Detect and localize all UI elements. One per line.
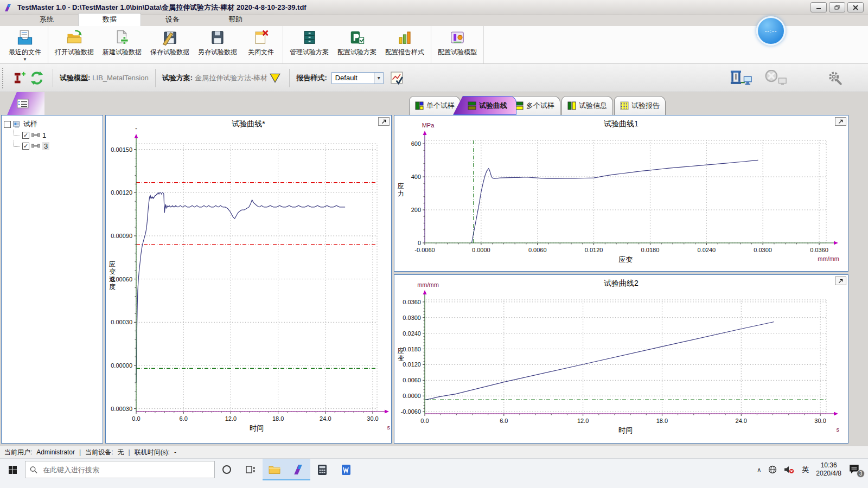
menu-data[interactable]: 数据 (78, 13, 141, 26)
svg-text:0.00150: 0.00150 (111, 146, 132, 153)
current-user-label: 当前用户: (4, 448, 32, 457)
task-view-icon (246, 465, 256, 474)
chart-title: 试验曲线1 (394, 119, 848, 129)
svg-text:-0.0060: -0.0060 (401, 408, 421, 415)
menu-device[interactable]: 设备 (141, 14, 204, 26)
report-check-icon (390, 71, 404, 85)
chart-canvas-curve1[interactable]: -0.00600.00000.00600.01200.01800.02400.0… (394, 115, 848, 271)
tray-chevron-icon[interactable]: ∧ (757, 466, 761, 473)
tab-multi-specimen[interactable]: 多个试样 (509, 96, 560, 115)
disconnected-icon (763, 70, 788, 86)
start-button[interactable] (0, 459, 25, 480)
network-globe-icon[interactable] (768, 465, 777, 474)
svg-text:0.0: 0.0 (132, 415, 140, 422)
window-title: TestMaster 1.0 - D:\TestMaster 1.0\bin\D… (17, 3, 307, 12)
file-explorer-button[interactable] (263, 459, 286, 480)
root-checkbox[interactable] (4, 121, 11, 128)
specimen-3-checkbox[interactable]: ✓ (22, 143, 29, 150)
config-scheme-button[interactable]: 配置试验方案 (333, 26, 381, 63)
popout-chart-button[interactable] (378, 117, 390, 126)
ribbon-group-scheme: 管理试验方案 配置试验方案 配置报告样式 (283, 26, 431, 63)
recent-files-dropdown-icon[interactable]: ▼ (23, 58, 27, 61)
chart-svg[interactable]: 0.06.012.018.024.030.00.03600.03000.0240… (394, 275, 848, 443)
new-file-icon (114, 28, 130, 47)
tab-test-info[interactable]: 试验信息 (561, 96, 613, 115)
timer-overlay[interactable]: --:-- (756, 16, 786, 46)
popout-arrow-icon (381, 119, 387, 125)
taskbar-search[interactable] (25, 461, 215, 478)
calculator-button[interactable] (310, 459, 334, 480)
recent-files-button[interactable]: 最近的文件 ▼ (4, 26, 46, 63)
cabinet-icon (301, 28, 317, 47)
tab-test-report[interactable]: 试验报告 (614, 96, 666, 115)
tree-root-row[interactable]: 试样 (4, 119, 100, 130)
chart-panel-main: 试验曲线* 0.06.012.018.024.030.00.001500.001… (105, 115, 392, 444)
chart-canvas-main[interactable]: 0.06.012.018.024.030.00.001500.001200.00… (106, 115, 391, 443)
svg-text:0: 0 (418, 240, 421, 246)
task-view-button[interactable] (239, 459, 263, 480)
specimen-tree-tab[interactable] (1, 92, 44, 115)
refresh-button[interactable] (28, 68, 46, 88)
tab-single-specimen[interactable]: 单个试样 (409, 96, 461, 115)
svg-text:24.0: 24.0 (736, 418, 747, 424)
chart-canvas-curve2[interactable]: 0.06.012.018.024.030.00.03600.03000.0240… (394, 275, 848, 443)
svg-text:0.0000: 0.0000 (472, 247, 490, 253)
menu-help[interactable]: 帮助 (204, 14, 267, 26)
machine-offline-button[interactable] (763, 68, 789, 88)
volume-muted-icon[interactable] (784, 465, 795, 474)
svg-text:应: 应 (398, 182, 404, 190)
manage-scheme-button[interactable]: 管理试验方案 (285, 26, 333, 63)
search-input[interactable] (42, 465, 210, 474)
config-report-style-button[interactable]: 配置报告样式 (381, 26, 429, 63)
minimize-icon (816, 5, 821, 10)
close-file-button[interactable]: 关闭文件 (241, 26, 280, 63)
svg-text:0.0300: 0.0300 (403, 314, 421, 321)
new-data-button[interactable]: 新建试验数据 (98, 26, 146, 63)
save-data-button[interactable]: 保存试验数据 (146, 26, 194, 63)
specimen-1-checkbox[interactable]: ✓ (22, 132, 29, 139)
open-data-button[interactable]: 打开试验数据 (50, 26, 98, 63)
tree-item-1[interactable]: ✓ 1 (11, 130, 100, 140)
notification-center-button[interactable]: 3 (848, 464, 861, 476)
test-curve-icon (468, 101, 476, 110)
scheme-value: 金属拉伸试验方法-棒材 (195, 73, 267, 83)
popout-chart-button[interactable] (835, 117, 846, 126)
clock-date: 2020/4/8 (816, 470, 841, 478)
report-edit-button[interactable] (388, 68, 406, 88)
popout-chart-button[interactable] (835, 277, 846, 285)
menu-system[interactable]: 系统 (15, 14, 78, 26)
report-style-select[interactable]: Default ▾ (331, 72, 384, 84)
svg-text:12.0: 12.0 (577, 418, 589, 424)
config-model-button[interactable]: 配置试验模型 (433, 26, 481, 63)
svg-text:0.0180: 0.0180 (403, 346, 421, 352)
close-button[interactable] (847, 2, 864, 12)
restore-button[interactable] (829, 2, 845, 12)
settings-button[interactable] (826, 68, 844, 88)
save-as-data-button[interactable]: 另存试验数据 (194, 26, 241, 63)
toolbar-grip[interactable] (2, 68, 4, 88)
ribbon-toolbar: 最近的文件 ▼ 打开试验数据 新建试验数据 保存试验数据 (0, 26, 868, 64)
wps-button[interactable] (334, 459, 358, 480)
specimen-tree-panel: 试样 ✓ 1 ✓ 3 (1, 115, 103, 444)
system-tray: ∧ 英 10:36 2020/4/8 3 (757, 459, 868, 480)
online-time-value: - (174, 448, 176, 456)
testmaster-app-button[interactable] (286, 459, 310, 480)
scheme-filter-button[interactable] (267, 68, 283, 88)
window-controls (810, 2, 865, 12)
chart-panel-curve1: 试验曲线1 -0.00600.00000.00600.01200.01800.0… (394, 115, 848, 272)
tab-test-curve[interactable]: 试验曲线 (453, 96, 516, 115)
minimize-button[interactable] (810, 2, 827, 12)
ime-indicator[interactable]: 英 (802, 465, 809, 474)
select-arrow-icon[interactable]: ▾ (374, 73, 383, 84)
test-report-icon (620, 101, 629, 110)
status-divider: | (129, 448, 130, 456)
cortana-button[interactable] (215, 459, 239, 480)
taskbar-clock[interactable]: 10:36 2020/4/8 (816, 461, 841, 478)
machine-online-button[interactable] (728, 68, 754, 88)
tree-item-3[interactable]: ✓ 3 (11, 140, 100, 151)
model-value: LIB_MetalTension (92, 74, 148, 82)
new-specimen-button[interactable] (9, 68, 28, 88)
chart-svg[interactable]: -0.00600.00000.00600.01200.01800.02400.0… (394, 115, 848, 271)
chart-svg[interactable]: 0.06.012.018.024.030.00.001500.001200.00… (106, 115, 391, 443)
series-line (136, 192, 345, 383)
